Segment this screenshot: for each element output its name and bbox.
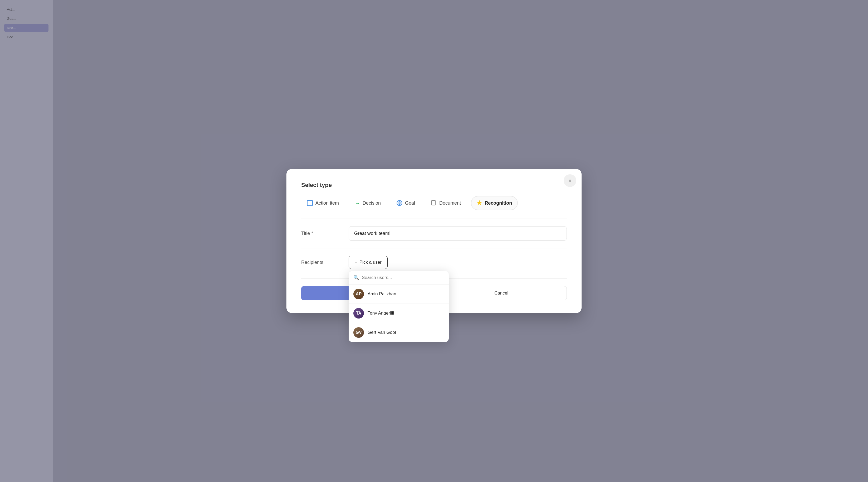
checkbox-icon [307, 200, 313, 206]
avatar-initials-amin: AP [356, 292, 362, 296]
user-item-amin[interactable]: AP Amin Palizban [349, 284, 449, 304]
title-label: Title * [301, 231, 349, 236]
avatar-initials-gert: GV [355, 330, 362, 335]
cancel-button[interactable]: Cancel [436, 286, 567, 300]
search-box: 🔍 [349, 271, 449, 284]
svg-point-2 [399, 203, 400, 204]
user-item-gert[interactable]: GV Gert Van Gool [349, 323, 449, 342]
avatar-gert: GV [353, 327, 364, 338]
type-goal-label: Goal [405, 201, 415, 206]
type-recognition[interactable]: ★ Recognition [471, 196, 518, 210]
avatar-amin: AP [353, 289, 364, 299]
avatar-tony: TA [353, 308, 364, 319]
type-selector: Action item → Decision Goal [301, 196, 567, 210]
document-icon [431, 200, 437, 206]
pick-user-wrapper: + Pick a user 🔍 AP Amin Pali [349, 256, 388, 269]
recipients-row: Recipients + Pick a user 🔍 [301, 248, 567, 276]
recipients-label: Recipients [301, 260, 349, 265]
user-name-amin: Amin Palizban [368, 291, 396, 297]
type-document-label: Document [439, 201, 461, 206]
plus-icon: + [355, 260, 357, 265]
svg-rect-3 [432, 201, 435, 205]
type-decision[interactable]: → Decision [349, 197, 386, 210]
modal-dialog: × Select type Action item → Decision [286, 169, 582, 313]
type-goal[interactable]: Goal [391, 197, 421, 210]
pick-user-button[interactable]: + Pick a user [349, 256, 388, 269]
arrow-right-icon: → [355, 200, 360, 206]
type-action-item[interactable]: Action item [301, 197, 345, 210]
avatar-initials-tony: TA [356, 311, 361, 315]
user-dropdown: 🔍 AP Amin Palizban TA [349, 271, 449, 342]
type-action-label: Action item [315, 201, 339, 206]
modal-title: Select type [301, 182, 567, 188]
type-decision-label: Decision [363, 201, 381, 206]
modal-close-button[interactable]: × [564, 174, 576, 187]
user-item-tony[interactable]: TA Tony Angerilli [349, 304, 449, 323]
pick-user-label: Pick a user [360, 260, 381, 265]
search-icon: 🔍 [353, 275, 359, 280]
user-search-input[interactable] [362, 275, 444, 280]
user-name-tony: Tony Angerilli [368, 311, 394, 316]
modal-overlay: × Select type Action item → Decision [0, 0, 868, 482]
target-icon [397, 200, 402, 206]
title-input[interactable] [349, 226, 567, 241]
star-icon: ★ [477, 200, 482, 207]
type-recognition-label: Recognition [485, 201, 512, 206]
type-document[interactable]: Document [425, 197, 467, 210]
user-name-gert: Gert Van Gool [368, 330, 396, 335]
close-icon: × [568, 178, 571, 184]
title-row: Title * [301, 219, 567, 248]
